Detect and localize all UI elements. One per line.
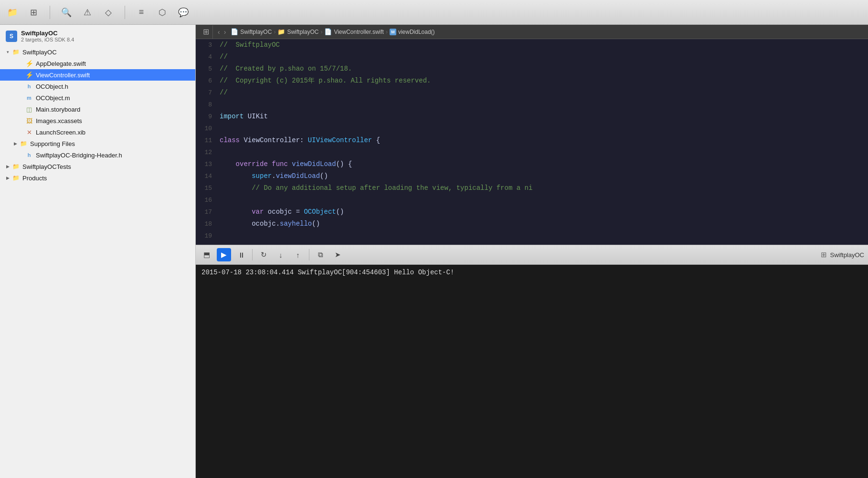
code-editor[interactable]: 3 // SwiftplayOC 4 // 5 // Created by p.… [196,39,868,245]
folder-icon-products: 📁 [11,174,20,182]
breadcrumb-label-viewcontroller: ViewController.swift [334,29,383,35]
grid-view-icon[interactable]: ⊞ [200,25,213,39]
project-bc-icon: 📄 [231,28,238,35]
breadcrumb-bar: ⊞ ‹ › 📄 SwiftplayOC › 📁 SwiftplayOC › 📄 … [196,25,868,39]
debug-target-label: SwiftplayOC [830,251,864,259]
sidebar: S SwiftplayOC 2 targets, iOS SDK 8.4 ▾ 📁… [0,25,196,478]
panel-toggle-btn[interactable]: ⬒ [200,248,214,261]
console-text: 2015-07-18 23:08:04.414 SwiftplayOC[904:… [201,269,454,276]
step-over-btn[interactable]: ↻ [256,248,271,261]
method-bc-icon: M [390,29,396,35]
swift-icon-viewcontroller: ⚡ [25,71,33,79]
debug-target: ⊞ SwiftplayOC [821,250,864,259]
label-ocobject-h: OCObject.h [36,83,68,90]
label-tests: SwiftplayOCTests [22,163,71,170]
toggle-supporting: ▶ [11,140,19,147]
label-supporting-files: Supporting Files [30,140,75,147]
label-swiftplayoc: SwiftplayOC [22,49,57,56]
list-icon[interactable]: ≡ [135,6,148,19]
debug-toolbar: ⬒ ▶ ⏸ ↻ ↓ ↑ ⧉ ➤ ⊞ SwiftplayOC [196,245,868,265]
code-line-11: 11 class ViewController: UIViewControlle… [196,135,868,146]
sidebar-item-bridging-header[interactable]: h SwiftplayOC-Bridging-Header.h [0,149,195,161]
sidebar-item-products[interactable]: ▶ 📁 Products [0,172,195,184]
swift-bc-icon: 📄 [324,28,332,35]
sidebar-item-launchscreen[interactable]: ✕ LaunchScreen.xib [0,126,195,138]
code-line-5: 5 // Created by p.shao on 15/7/18. [196,63,868,75]
code-line-14: 14 super.viewDidLoad() [196,170,868,182]
toggle-products: ▶ [4,174,11,182]
breadcrumb-swiftplayoc-folder[interactable]: 📁 SwiftplayOC [277,28,318,35]
run-btn[interactable]: ▶ [217,248,231,261]
label-ocobject-m: OCObject.m [36,94,70,102]
storyboard-icon: ◫ [25,105,33,114]
location-btn[interactable]: ➤ [330,248,345,261]
pause-btn[interactable]: ⏸ [234,248,248,261]
code-line-8: 8 [196,99,868,111]
toggle-storyboard [17,105,25,113]
right-pane: ⊞ ‹ › 📄 SwiftplayOC › 📁 SwiftplayOC › 📄 … [196,25,868,478]
h-icon-bridging: h [25,151,33,159]
label-bridging-header: SwiftplayOC-Bridging-Header.h [36,152,122,159]
folder-icon-tests: 📁 [11,162,20,171]
hierarchy-icon[interactable]: ⊞ [27,6,40,19]
sidebar-item-swiftplayoctests[interactable]: ▶ 📁 SwiftplayOCTests [0,161,195,172]
code-line-16: 16 [196,194,868,206]
bookmark-icon[interactable]: ◇ [102,6,115,19]
warning-icon[interactable]: ⚠ [81,6,94,19]
step-out-btn[interactable]: ↑ [291,248,305,261]
toggle-appdelegate [17,60,25,67]
debug-sep-1 [252,249,253,260]
project-icon: S [6,31,17,42]
label-viewcontroller: ViewController.swift [36,72,90,79]
toggle-tests: ▶ [4,163,11,170]
m-icon-ocobject: m [25,94,33,102]
toolbar-separator-1 [50,6,50,19]
code-line-17: 17 var ocobjc = OCObject() [196,206,868,218]
sidebar-item-swiftplayoc-root[interactable]: ▾ 📁 SwiftplayOC [0,46,195,58]
file-tree: ▾ 📁 SwiftplayOC ⚡ AppDelegate.swift ⚡ Vi… [0,46,195,478]
debug-sep-2 [309,249,309,260]
label-products: Products [22,175,47,182]
sidebar-item-ocobject-h[interactable]: h OCObject.h [0,81,195,92]
breadcrumb-forward[interactable]: › [223,28,227,36]
breadcrumb-back[interactable]: ‹ [217,28,221,36]
folder-icon[interactable]: 📁 [6,6,19,19]
toggle-bridging [17,151,25,159]
toolbar: 📁 ⊞ 🔍 ⚠ ◇ ≡ ⬡ 💬 [0,0,868,25]
code-line-10: 10 [196,123,868,135]
breadcrumb-label-viewdidload: viewDidLoad() [398,29,435,35]
target-icon: ⊞ [821,250,827,259]
step-into-btn[interactable]: ↓ [274,248,288,261]
split-view-btn[interactable]: ⧉ [313,248,328,261]
code-line-7: 7 // [196,87,868,99]
breadcrumb-label-project: SwiftplayOC [240,29,272,35]
sidebar-item-main-storyboard[interactable]: ◫ Main.storyboard [0,104,195,115]
label-icon[interactable]: ⬡ [156,6,169,19]
sidebar-item-appdelegate[interactable]: ⚡ AppDelegate.swift [0,58,195,69]
breadcrumb-viewdidload[interactable]: M viewDidLoad() [390,29,435,35]
sidebar-item-ocobject-m[interactable]: m OCObject.m [0,92,195,104]
sidebar-item-supporting-files[interactable]: ▶ 📁 Supporting Files [0,138,195,149]
toggle-ocobject-h [17,83,25,90]
swift-icon-appdelegate: ⚡ [25,59,33,68]
code-line-3: 3 // SwiftplayOC [196,39,868,51]
toggle-swiftplayoc: ▾ [4,48,11,56]
folder-icon-supporting: 📁 [19,139,28,148]
label-storyboard: Main.storyboard [36,106,80,113]
sidebar-item-viewcontroller[interactable]: ⚡ ViewController.swift [0,69,195,81]
label-xcassets: Images.xcassets [36,117,82,125]
toggle-ocobject-m [17,94,25,102]
breadcrumb-nav: ‹ › 📄 SwiftplayOC › 📁 SwiftplayOC › 📄 Vi… [217,28,435,36]
breadcrumb-viewcontroller[interactable]: 📄 ViewController.swift [324,28,383,35]
search-icon[interactable]: 🔍 [60,6,73,19]
console-output: 2015-07-18 23:08:04.414 SwiftplayOC[904:… [196,265,868,478]
breadcrumb-swiftplayoc-project[interactable]: 📄 SwiftplayOC [231,28,272,35]
comment-icon[interactable]: 💬 [177,6,190,19]
toggle-xcassets [17,117,25,125]
code-line-4: 4 // [196,51,868,63]
project-name: SwiftplayOC [21,30,74,37]
sidebar-item-images-xcassets[interactable]: 🖼 Images.xcassets [0,115,195,126]
toolbar-separator-2 [125,6,125,19]
label-launchscreen: LaunchScreen.xib [36,129,85,136]
folder-bc-icon: 📁 [277,28,285,35]
